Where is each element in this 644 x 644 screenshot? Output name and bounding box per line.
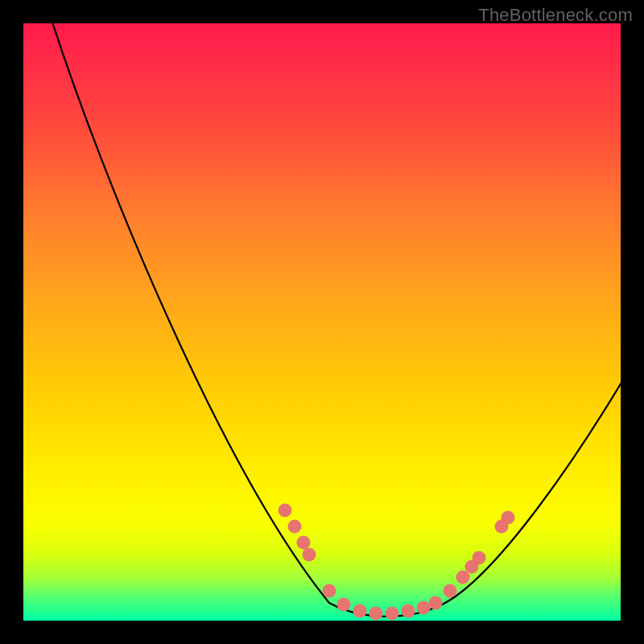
marker-point [444,584,457,598]
marker-point [303,548,316,562]
marker-point [323,584,336,598]
marker-point [369,607,383,621]
marker-point [429,597,443,610]
watermark-text: TheBottleneck.com [478,5,633,26]
marker-point [502,511,515,525]
marker-point [386,607,399,621]
marker-point [353,605,367,618]
marker-point [402,605,415,618]
marker-point [288,520,302,534]
marker-point [417,601,431,615]
marker-point [297,536,311,550]
chart-svg [23,23,621,621]
bottleneck-curve [47,23,621,617]
marker-point [279,504,292,518]
marker-point [456,571,470,584]
plot-area [23,23,621,621]
marker-group [279,504,515,621]
marker-point [473,551,486,565]
marker-point [337,598,351,612]
